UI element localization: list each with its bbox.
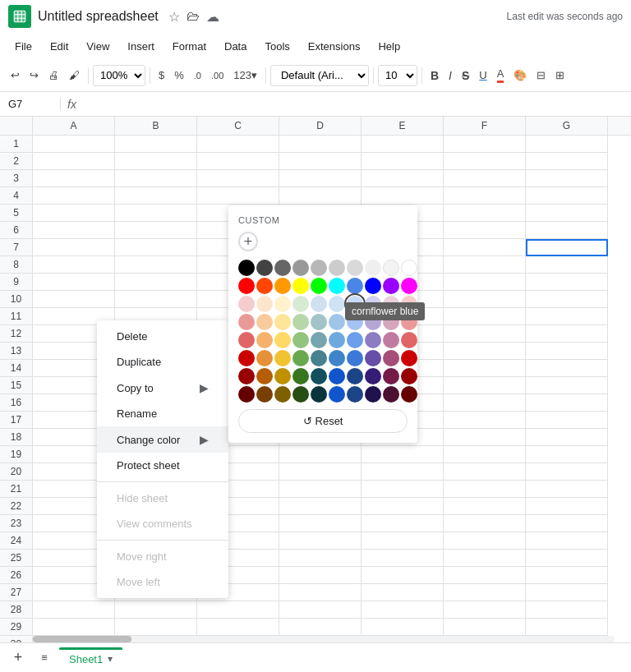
color-dot-2-7[interactable] (365, 296, 381, 312)
row-num-14[interactable]: 14 (0, 360, 33, 377)
cell-G17[interactable] (526, 412, 608, 429)
cell-B9[interactable] (115, 274, 197, 291)
color-dot-3-6[interactable] (347, 314, 363, 330)
underline-button[interactable]: U (475, 66, 491, 85)
row-num-24[interactable]: 24 (0, 532, 33, 550)
color-dot-5-8[interactable] (383, 350, 399, 366)
cell-G22[interactable] (526, 498, 608, 515)
horizontal-scrollbar[interactable] (33, 636, 615, 642)
row-num-7[interactable]: 7 (0, 239, 33, 256)
cell-F26[interactable] (444, 567, 526, 584)
row-num-16[interactable]: 16 (0, 394, 33, 412)
color-dot-7-8[interactable] (383, 386, 399, 403)
cell-E19[interactable] (362, 446, 444, 463)
cell-G26[interactable] (526, 567, 608, 584)
col-header-f[interactable]: F (444, 117, 526, 135)
menu-item-view[interactable]: View (78, 37, 117, 56)
color-dot-6-6[interactable] (347, 368, 363, 384)
col-header-c[interactable]: C (197, 117, 279, 135)
menu-item-file[interactable]: File (7, 37, 40, 56)
color-dot-5-6[interactable] (347, 350, 363, 366)
cell-F12[interactable] (444, 325, 526, 343)
menu-item-format[interactable]: Format (164, 37, 214, 56)
color-dot-1-5[interactable] (329, 278, 345, 294)
cell-G16[interactable] (526, 394, 608, 412)
cell-B8[interactable] (115, 256, 197, 274)
cell-G29[interactable] (526, 619, 608, 636)
borders-button[interactable]: ⊟ (532, 66, 550, 85)
row-num-12[interactable]: 12 (0, 325, 33, 343)
ctx-rename[interactable]: Rename (97, 401, 228, 426)
color-dot-6-8[interactable] (383, 368, 399, 384)
cell-G8[interactable] (526, 256, 608, 274)
color-dot-4-3[interactable] (292, 332, 309, 348)
cell-G23[interactable] (526, 515, 608, 532)
cell-D25[interactable] (279, 550, 362, 567)
cp-reset-button[interactable]: ↺ Reset (238, 409, 408, 433)
color-dot-7-2[interactable] (274, 386, 291, 403)
color-dot-4-6[interactable] (347, 332, 363, 348)
cell-E4[interactable] (362, 187, 444, 205)
cell-E28[interactable] (362, 601, 444, 619)
menu-item-insert[interactable]: Insert (119, 37, 163, 56)
fill-color-button[interactable]: 🎨 (509, 66, 531, 85)
color-dot-3-5[interactable] (329, 314, 345, 330)
cell-F28[interactable] (444, 601, 526, 619)
cell-D19[interactable] (279, 446, 362, 463)
cell-A8[interactable] (33, 256, 115, 274)
font-select[interactable]: Default (Ari... (270, 65, 369, 86)
color-dot-1-3[interactable] (292, 278, 309, 294)
bold-button[interactable]: B (426, 66, 443, 85)
cell-F8[interactable] (444, 256, 526, 274)
color-dot-5-5[interactable] (329, 350, 345, 366)
cell-F25[interactable] (444, 550, 526, 567)
row-num-22[interactable]: 22 (0, 498, 33, 515)
cell-G11[interactable] (526, 308, 608, 325)
color-dot-7-9[interactable] (401, 386, 417, 403)
row-num-18[interactable]: 18 (0, 429, 33, 446)
row-num-20[interactable]: 20 (0, 463, 33, 481)
cell-G4[interactable] (526, 187, 608, 205)
cell-D27[interactable] (279, 584, 362, 601)
cell-G5[interactable] (526, 205, 608, 222)
cell-F15[interactable] (444, 377, 526, 394)
cell-D29[interactable] (279, 619, 362, 636)
cell-F22[interactable] (444, 498, 526, 515)
cell-E3[interactable] (362, 170, 444, 187)
row-num-21[interactable]: 21 (0, 481, 33, 498)
color-dot-2-0[interactable] (238, 296, 255, 312)
row-num-25[interactable]: 25 (0, 550, 33, 567)
row-num-3[interactable]: 3 (0, 170, 33, 187)
color-dot-2-3[interactable] (292, 296, 309, 312)
cell-E20[interactable] (362, 463, 444, 481)
row-num-13[interactable]: 13 (0, 343, 33, 360)
cell-D23[interactable] (279, 515, 362, 532)
cell-E25[interactable] (362, 550, 444, 567)
color-dot-0-6[interactable] (347, 260, 363, 276)
increase-decimal-button[interactable]: .00 (207, 67, 228, 84)
cell-A6[interactable] (33, 222, 115, 239)
color-dot-6-1[interactable] (256, 368, 273, 384)
undo-button[interactable]: ↩ (7, 66, 24, 85)
strikethrough-button[interactable]: S (458, 66, 473, 85)
color-dot-1-1[interactable] (256, 278, 273, 294)
cell-B4[interactable] (115, 187, 197, 205)
color-dot-4-9[interactable] (401, 332, 417, 348)
color-dot-0-0[interactable] (238, 260, 255, 276)
color-dot-6-7[interactable] (365, 368, 381, 384)
formula-input[interactable] (83, 98, 628, 110)
color-dot-3-3[interactable] (292, 314, 309, 330)
cell-A28[interactable] (33, 601, 115, 619)
color-dot-2-4[interactable] (311, 296, 327, 312)
color-dot-5-3[interactable] (292, 350, 309, 366)
print-button[interactable]: 🖨 (44, 66, 63, 85)
color-dot-5-4[interactable] (311, 350, 327, 366)
cell-A1[interactable] (33, 136, 115, 153)
cell-F27[interactable] (444, 584, 526, 601)
color-dot-2-9[interactable] (401, 296, 417, 312)
col-header-e[interactable]: E (362, 117, 444, 135)
cell-G21[interactable] (526, 481, 608, 498)
cell-F9[interactable] (444, 274, 526, 291)
star-icon[interactable]: ☆ (168, 9, 180, 25)
menu-item-extensions[interactable]: Extensions (300, 37, 369, 56)
